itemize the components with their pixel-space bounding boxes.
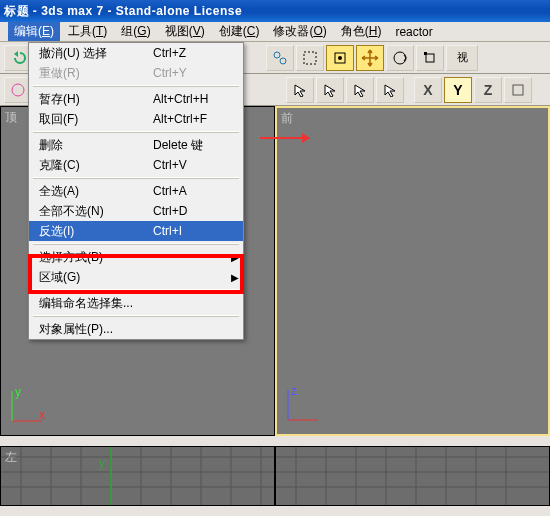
svg-point-5 bbox=[394, 52, 406, 64]
separator bbox=[33, 243, 239, 245]
viewport-left[interactable]: 左 y bbox=[0, 446, 275, 506]
menu-clone[interactable]: 克隆(C)Ctrl+V bbox=[29, 155, 243, 175]
tool-cursor-2[interactable] bbox=[316, 77, 344, 103]
titlebar: 标题 - 3ds max 7 - Stand-alone License bbox=[0, 0, 550, 22]
menu-region[interactable]: 区域(G)▶ bbox=[29, 267, 243, 287]
separator bbox=[33, 177, 239, 179]
tool-link[interactable] bbox=[266, 45, 294, 71]
separator bbox=[33, 85, 239, 87]
axis-gizmo: z bbox=[283, 385, 323, 428]
grid bbox=[276, 447, 549, 505]
viewport-label: 前 bbox=[281, 110, 293, 127]
menu-create[interactable]: 创建(C) bbox=[213, 22, 266, 41]
svg-rect-7 bbox=[424, 52, 427, 55]
menubar: 编辑(E) 工具(T) 组(G) 视图(V) 创建(C) 修改器(O) 角色(H… bbox=[0, 22, 550, 42]
separator bbox=[33, 315, 239, 317]
axis-x[interactable]: X bbox=[414, 77, 442, 103]
menu-select-by[interactable]: 选择方式(B)▶ bbox=[29, 247, 243, 267]
menu-fetch[interactable]: 取回(F)Alt+Ctrl+F bbox=[29, 109, 243, 129]
separator bbox=[33, 289, 239, 291]
svg-text:x: x bbox=[39, 408, 45, 422]
menu-hold[interactable]: 暂存(H)Alt+Ctrl+H bbox=[29, 89, 243, 109]
tool-rotate[interactable] bbox=[386, 45, 414, 71]
tool-cursor-4[interactable] bbox=[376, 77, 404, 103]
annotation-arrow bbox=[260, 130, 320, 150]
axis-y[interactable]: Y bbox=[444, 77, 472, 103]
tool-select-object[interactable] bbox=[326, 45, 354, 71]
menu-group[interactable]: 组(G) bbox=[115, 22, 156, 41]
svg-text:y: y bbox=[99, 456, 105, 470]
menu-modifiers[interactable]: 修改器(O) bbox=[267, 22, 332, 41]
viewport-label: 顶 bbox=[5, 109, 17, 126]
menu-select-none[interactable]: 全部不选(N)Ctrl+D bbox=[29, 201, 243, 221]
menu-view[interactable]: 视图(V) bbox=[159, 22, 211, 41]
svg-text:y: y bbox=[15, 386, 21, 399]
tool-cursor-3[interactable] bbox=[346, 77, 374, 103]
svg-rect-6 bbox=[426, 54, 434, 62]
svg-rect-9 bbox=[513, 85, 523, 95]
tool-axis-extra[interactable] bbox=[504, 77, 532, 103]
svg-point-4 bbox=[338, 56, 342, 60]
menu-object-props[interactable]: 对象属性(P)... bbox=[29, 319, 243, 339]
menu-tools[interactable]: 工具(T) bbox=[62, 22, 113, 41]
separator bbox=[33, 131, 239, 133]
grid: y bbox=[1, 447, 274, 505]
edit-dropdown: 撤消(U) 选择Ctrl+Z 重做(R)Ctrl+Y 暂存(H)Alt+Ctrl… bbox=[28, 42, 244, 340]
svg-text:z: z bbox=[291, 385, 297, 398]
viewport-front[interactable]: 前 z bbox=[275, 106, 550, 436]
svg-rect-2 bbox=[304, 52, 316, 64]
menu-edit-named-sel[interactable]: 编辑命名选择集... bbox=[29, 293, 243, 313]
menu-select-all[interactable]: 全选(A)Ctrl+A bbox=[29, 181, 243, 201]
svg-point-1 bbox=[280, 58, 286, 64]
tool-move[interactable] bbox=[356, 45, 384, 71]
menu-redo: 重做(R)Ctrl+Y bbox=[29, 63, 243, 83]
tool-cursor-1[interactable] bbox=[286, 77, 314, 103]
axis-gizmo: xy bbox=[7, 386, 47, 429]
viewport-perspective[interactable] bbox=[275, 446, 550, 506]
axis-z[interactable]: Z bbox=[474, 77, 502, 103]
tool-select-region[interactable] bbox=[296, 45, 324, 71]
menu-delete[interactable]: 删除Delete 键 bbox=[29, 135, 243, 155]
menu-edit[interactable]: 编辑(E) bbox=[8, 22, 60, 41]
menu-undo[interactable]: 撤消(U) 选择Ctrl+Z bbox=[29, 43, 243, 63]
title-text: 标题 - 3ds max 7 - Stand-alone License bbox=[4, 3, 242, 20]
menu-character[interactable]: 角色(H) bbox=[335, 22, 388, 41]
svg-point-0 bbox=[274, 52, 280, 58]
svg-point-8 bbox=[12, 84, 24, 96]
tool-scale[interactable] bbox=[416, 45, 444, 71]
menu-reactor[interactable]: reactor bbox=[389, 24, 438, 40]
menu-select-invert[interactable]: 反选(I)Ctrl+I bbox=[29, 221, 243, 241]
tool-viewport-toggle[interactable]: 视 bbox=[446, 45, 478, 71]
